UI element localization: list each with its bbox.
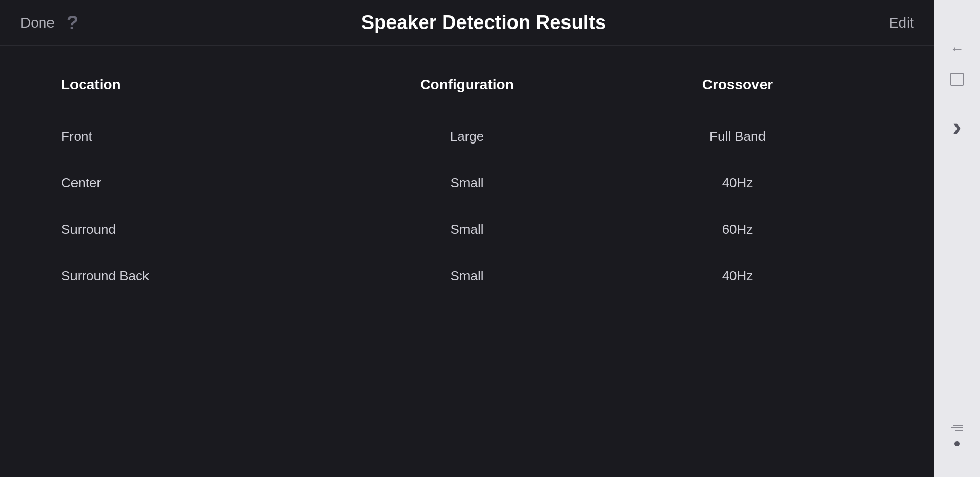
table-row: Surround Back Small 40Hz bbox=[41, 253, 893, 299]
location-center: Center bbox=[61, 175, 332, 191]
done-button[interactable]: Done bbox=[20, 15, 55, 31]
next-arrow-icon[interactable]: › bbox=[952, 111, 961, 142]
crossover-front: Full Band bbox=[602, 129, 873, 145]
header: Done ? Speaker Detection Results Edit bbox=[0, 0, 934, 46]
config-surround-back: Small bbox=[332, 268, 602, 284]
crossover-center: 40Hz bbox=[602, 175, 873, 191]
location-front: Front bbox=[61, 129, 332, 145]
results-table: Location Configuration Crossover Front L… bbox=[0, 46, 934, 477]
config-center: Small bbox=[332, 175, 602, 191]
crossover-surround: 60Hz bbox=[602, 222, 873, 237]
table-row: Center Small 40Hz bbox=[41, 160, 893, 206]
table-row: Surround Small 60Hz bbox=[41, 206, 893, 253]
config-front: Large bbox=[332, 129, 602, 145]
back-arrow-icon[interactable]: ← bbox=[950, 41, 964, 57]
col-header-configuration: Configuration bbox=[332, 77, 602, 93]
location-surround-back: Surround Back bbox=[61, 268, 332, 284]
square-icon bbox=[950, 73, 964, 86]
col-header-crossover: Crossover bbox=[602, 77, 873, 93]
crossover-surround-back: 40Hz bbox=[602, 268, 873, 284]
main-content: Done ? Speaker Detection Results Edit Lo… bbox=[0, 0, 934, 477]
sidebar-bottom bbox=[951, 425, 963, 467]
page-title: Speaker Detection Results bbox=[78, 12, 889, 34]
table-row: Front Large Full Band bbox=[41, 113, 893, 160]
col-header-location: Location bbox=[61, 77, 332, 93]
edit-button[interactable]: Edit bbox=[889, 15, 914, 31]
audio-icon bbox=[951, 425, 963, 431]
location-surround: Surround bbox=[61, 222, 332, 237]
sidebar: ← › bbox=[934, 0, 980, 477]
dot-indicator bbox=[954, 441, 960, 446]
header-left: Done ? bbox=[20, 12, 78, 34]
table-header: Location Configuration Crossover bbox=[41, 66, 893, 103]
config-surround: Small bbox=[332, 222, 602, 237]
help-icon[interactable]: ? bbox=[67, 12, 78, 34]
sidebar-top: ← › bbox=[950, 10, 964, 404]
table-body: Front Large Full Band Center Small 40Hz … bbox=[41, 113, 893, 299]
